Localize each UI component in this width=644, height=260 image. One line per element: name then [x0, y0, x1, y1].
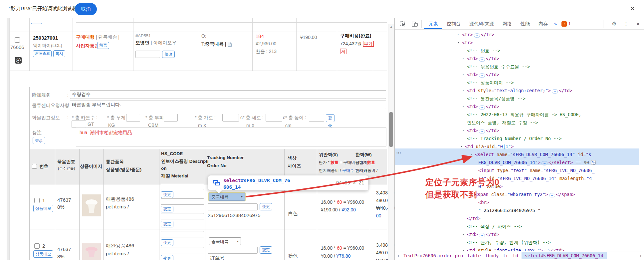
tree-arrow-icon[interactable]: ▾: [458, 39, 462, 46]
message-button[interactable]: 留言: [97, 42, 109, 49]
devtools-code-line[interactable]: ▸<select name="sFRG_DLVR_COM_76606_14" i…: [471, 151, 591, 158]
devtools-code-line[interactable]: <!-- 번호 -->: [463, 47, 500, 54]
devtools-code-line[interactable]: <!-- 색상 / 사이즈 -->: [463, 223, 522, 230]
devtools-code-line[interactable]: <!-- Tracking Number / Order No -->: [463, 135, 561, 142]
copy-button[interactable]: 복사: [53, 50, 65, 57]
device-toolbar-icon[interactable]: [411, 20, 419, 28]
devtools-tab-内存[interactable]: 内存: [534, 18, 552, 29]
breadcrumb-item[interactable]: TextPro76606.order-pro: [403, 253, 463, 258]
expand-inline-icon[interactable]: …: [479, 129, 485, 133]
carton-count-input[interactable]: [72, 121, 86, 128]
devtools-tab-网络[interactable]: 网络: [498, 18, 516, 29]
breadcrumb-item[interactable]: tbody: [485, 253, 499, 258]
kebab-menu-icon[interactable]: ⋮: [622, 20, 630, 28]
breadcrumb-item[interactable]: tr: [503, 253, 508, 258]
row1-tracking-input[interactable]: [208, 203, 258, 210]
row1-change-button-2[interactable]: 变更: [161, 206, 173, 212]
devtools-tab-性能[interactable]: 性能: [516, 18, 534, 29]
tree-arrow-icon[interactable]: ▸: [471, 151, 475, 158]
row2-tracking-change-button[interactable]: 变更: [260, 246, 272, 254]
expand-inline-icon[interactable]: …: [474, 33, 480, 38]
row2-change-button-2[interactable]: 变更: [161, 255, 173, 260]
devtools-code-line[interactable]: FRG_DLVR_COM_76606_14">…</select> == $0: [474, 159, 596, 166]
issues-indicator[interactable]: ! 1: [561, 21, 570, 27]
register-button[interactable]: 登: [326, 114, 334, 122]
devtools-code-line[interactable]: ▸<td>…</td>: [463, 127, 499, 134]
reveal-node-icon[interactable]: [591, 160, 596, 165]
devtools-code-line[interactable]: ▸<td>…</td>: [463, 55, 499, 62]
row2-memo-button[interactable]: 상품메모: [33, 250, 53, 258]
inspect-element-icon[interactable]: [399, 20, 407, 28]
tree-arrow-icon[interactable]: ▸: [463, 127, 467, 134]
expand-inline-icon[interactable]: …: [479, 233, 485, 237]
devtools-code-line[interactable]: ▸<td>…</td>: [463, 71, 499, 78]
more-tabs-icon[interactable]: »: [552, 21, 559, 27]
row2-hscode-input[interactable]: [161, 231, 204, 237]
memo-register-button[interactable]: 登录: [33, 137, 45, 144]
row2-change-button-1[interactable]: 变更: [161, 239, 173, 246]
devtools-code-line[interactable]: </td>: [463, 215, 481, 222]
modify-button[interactable]: 修改: [162, 51, 175, 58]
total-depth-input[interactable]: [266, 114, 282, 122]
total-width-input[interactable]: [222, 114, 239, 122]
row1-tracking-change-button[interactable]: 变更: [260, 203, 272, 210]
page-scrollbar-thumb[interactable]: [389, 112, 393, 147]
logistics-request-input[interactable]: [70, 101, 386, 109]
devtools-code-line[interactable]: ▾<td uia-uid="0|1">: [461, 143, 514, 150]
devtools-code-line[interactable]: <!-- 통관품목/상품명 -->: [463, 95, 526, 102]
tree-arrow-icon[interactable]: ▸: [458, 31, 462, 38]
order-row-checkbox[interactable]: [15, 37, 20, 43]
devtools-code-line[interactable]: 인보이스 품명, 재질로 수정 -->: [463, 119, 538, 126]
devtools-code-line[interactable]: ▸<tr>…</tr>: [458, 31, 494, 38]
breadcrumb-item[interactable]: table: [467, 253, 481, 258]
document-icon[interactable]: [228, 42, 232, 47]
total-volume-input[interactable]: [164, 114, 178, 122]
devtools-code-line[interactable]: ▸<span class="whGraBtn ty2">…</span>: [471, 191, 575, 198]
row2-checkbox[interactable]: [34, 243, 40, 249]
gear-icon[interactable]: ⚙: [610, 20, 618, 28]
row1-product-image[interactable]: [82, 194, 101, 216]
devtools-code-line[interactable]: ▾<tr>: [458, 39, 473, 46]
row1-delivery-select[interactable]: 중국내륙▾: [209, 193, 245, 201]
devtools-tab-源代码/来源[interactable]: 源代码/来源: [465, 18, 498, 29]
row1-change-button-3[interactable]: 变更: [161, 221, 173, 227]
scroll-up-icon[interactable]: ▲: [390, 25, 393, 28]
expand-inline-icon[interactable]: …: [541, 161, 547, 165]
devtools-close-icon[interactable]: ×: [634, 20, 642, 28]
row1-invoice-input[interactable]: [161, 198, 204, 205]
breadcrumb-forward-icon[interactable]: ▸: [640, 253, 642, 258]
devtools-code-line[interactable]: ▸<td>…</td>: [463, 231, 499, 238]
expand-inline-icon[interactable]: …: [549, 193, 555, 197]
expand-inline-icon[interactable]: …: [479, 73, 485, 78]
tree-arrow-icon[interactable]: ▾: [461, 143, 465, 150]
total-weight-input[interactable]: [126, 114, 140, 122]
row1-memo-button[interactable]: 상품메모: [33, 205, 53, 212]
expand-inline-icon[interactable]: …: [479, 57, 485, 62]
devtools-code-line[interactable]: " 2512966152384026975 ": [474, 207, 540, 214]
detail-view-button[interactable]: 详细查看: [33, 50, 52, 57]
tree-arrow-icon[interactable]: ▸: [463, 231, 467, 238]
expand-row-button[interactable]: +: [15, 57, 22, 64]
node-more-actions-icon[interactable]: •••: [396, 151, 401, 155]
devtools-code-line[interactable]: <!-- 단가, 수량, 합계 (위안화) -->: [463, 239, 551, 246]
devtools-code-line[interactable]: <input type="text" name="sFRG_IVC_NO_766…: [474, 167, 595, 174]
breadcrumb-item[interactable]: td: [513, 253, 518, 258]
row2-product-image[interactable]: [82, 243, 101, 260]
manager-input[interactable]: [135, 51, 160, 58]
row1-change-button-1[interactable]: 变更: [161, 191, 173, 198]
row1-material-input[interactable]: [161, 213, 204, 219]
devtools-code-line[interactable]: <!-- 상품이미지 -->: [463, 79, 514, 86]
row1-checkbox[interactable]: [34, 198, 40, 203]
breadcrumb-back-icon[interactable]: ◂: [397, 253, 399, 258]
devtools-code-line[interactable]: ▸<td>…</td>: [463, 103, 499, 110]
tree-arrow-icon[interactable]: ▸: [463, 103, 467, 110]
row2-delivery-select[interactable]: 중국내륙▾: [209, 237, 241, 245]
tree-arrow-icon[interactable]: ▸: [463, 55, 467, 62]
memo-textarea[interactable]: hua 潮州市柏都宠物用品: [76, 128, 386, 146]
row2-invoice-input[interactable]: [161, 247, 204, 253]
expand-inline-icon[interactable]: …: [552, 89, 558, 94]
cancel-debug-button[interactable]: 取消: [75, 3, 97, 15]
tree-arrow-icon[interactable]: ▸: [463, 87, 467, 94]
devtools-code-line[interactable]: ▸<td style="text-align:center;">…</td>: [463, 87, 572, 94]
expand-inline-icon[interactable]: …: [479, 105, 485, 110]
